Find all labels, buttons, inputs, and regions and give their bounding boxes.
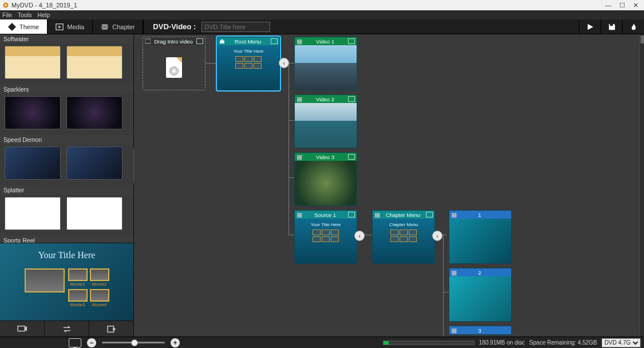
tab-theme-label: Theme: [19, 23, 39, 30]
window-maximize-button[interactable]: ☐: [619, 2, 625, 9]
canvas[interactable]: Drag Intro video Root Menu Your Title He…: [134, 34, 644, 337]
node-chapter-2[interactable]: ▦2: [449, 268, 512, 322]
app-icon: [2, 2, 9, 9]
film-icon: ▦: [451, 212, 457, 217]
fit-screen-button[interactable]: [69, 338, 81, 347]
menu-icon[interactable]: [348, 96, 355, 102]
node-label: 2: [457, 270, 503, 276]
preview-movie-label: Movie1: [70, 282, 85, 287]
theme-thumbnail[interactable]: [66, 147, 123, 180]
save-button[interactable]: [600, 19, 622, 34]
window-minimize-button[interactable]: —: [605, 2, 611, 9]
svg-rect-10: [145, 39, 151, 43]
menu-icon[interactable]: [348, 38, 355, 44]
collapse-button[interactable]: ‹: [354, 231, 365, 241]
sidebar-add-button[interactable]: [89, 321, 133, 337]
preview-movie-label: Movie3: [70, 302, 85, 307]
menu-icon[interactable]: [348, 154, 355, 160]
preview-title: Your Title Here: [0, 250, 133, 260]
sidebar-swap-button[interactable]: [45, 321, 89, 337]
film-icon: ▦: [297, 212, 302, 217]
window-title: MyDVD - 4_18_2019_1: [11, 2, 77, 9]
theme-category: Sparklers: [0, 85, 133, 94]
svg-marker-2: [8, 23, 16, 31]
node-label: Video 1: [302, 38, 348, 45]
node-chapter-menu[interactable]: ▦Chapter Menu Chapter Menu: [372, 210, 435, 264]
theme-thumbnail[interactable]: [66, 46, 123, 79]
menu-title: Chapter Menu: [389, 222, 418, 227]
chapter-icon: [101, 23, 109, 31]
tab-media[interactable]: Media: [48, 19, 93, 34]
disc-type-select[interactable]: DVD 4.7G: [602, 338, 641, 347]
menu-icon[interactable]: [348, 212, 355, 217]
dvd-video-label: DVD-Video :: [144, 19, 202, 34]
preview-movie-label: Movie2: [92, 282, 107, 287]
play-button[interactable]: [579, 19, 600, 34]
sidebar-view-button[interactable]: [0, 321, 45, 337]
menubar: File Tools Help: [0, 10, 644, 19]
menu-icon[interactable]: [196, 38, 203, 44]
node-label: Drag Intro video: [151, 38, 196, 45]
zoom-in-button[interactable]: +: [171, 338, 180, 347]
node-label: Root Menu: [225, 38, 271, 45]
theme-category: Speed Demon: [0, 135, 133, 144]
film-icon: ▦: [297, 96, 302, 102]
disc-used-label: 180.91MB on disc: [479, 339, 525, 346]
document-icon: [166, 57, 182, 78]
menu-icon[interactable]: [426, 212, 433, 217]
node-source-1[interactable]: ▦Source 1 Your Title Here: [294, 210, 357, 264]
theme-thumbnail[interactable]: [5, 96, 61, 129]
menu-file[interactable]: File: [2, 11, 12, 18]
node-root-menu[interactable]: Root Menu Your Title Here: [217, 37, 280, 90]
film-icon: ▦: [297, 154, 302, 160]
node-label: Chapter Menu: [380, 212, 426, 218]
theme-thumbnail[interactable]: [5, 197, 61, 230]
film-icon: ▦: [374, 212, 380, 217]
zoom-slider-knob[interactable]: [131, 339, 138, 346]
menu-title: Your Title Here: [311, 222, 341, 227]
collapse-button[interactable]: ‹: [279, 58, 289, 68]
theme-category: Sports Reel: [0, 236, 133, 243]
node-video-2[interactable]: ▦Video 2: [294, 94, 357, 148]
window-close-button[interactable]: ✕: [633, 2, 638, 9]
node-label: Source 1: [302, 212, 348, 218]
tab-theme[interactable]: Theme: [0, 19, 48, 34]
theme-category: Splatter: [0, 185, 133, 195]
home-icon: [219, 38, 225, 44]
svg-point-1: [5, 5, 7, 6]
status-bar: − + 180.91MB on disc Space Remaining: 4.…: [0, 337, 644, 348]
disc-remaining-label: Space Remaining: 4.52GB: [530, 339, 597, 346]
canvas-scrollbar[interactable]: [639, 34, 644, 337]
svg-marker-4: [59, 25, 61, 28]
menu-title: Your Title Here: [234, 49, 264, 54]
node-video-3[interactable]: ▦Video 3: [294, 152, 357, 206]
collapse-button[interactable]: ‹: [432, 231, 442, 241]
menu-icon[interactable]: [271, 38, 278, 44]
preview-movie-label: Movie4: [92, 302, 107, 307]
theme-thumbnail[interactable]: [5, 46, 61, 79]
node-chapter-1[interactable]: ▦1: [449, 210, 512, 264]
theme-thumbnail[interactable]: [66, 197, 123, 230]
film-icon: [145, 38, 151, 44]
menu-help[interactable]: Help: [37, 11, 50, 18]
toolbar: Theme Media Chapter DVD-Video :: [0, 19, 644, 34]
menu-tools[interactable]: Tools: [18, 11, 32, 18]
svg-marker-6: [587, 23, 593, 30]
media-icon: [56, 23, 64, 31]
node-intro[interactable]: Drag Intro video: [143, 37, 206, 90]
zoom-out-button[interactable]: −: [87, 338, 96, 347]
window-titlebar: MyDVD - 4_18_2019_1 — ☐ ✕: [0, 0, 644, 10]
node-label: Video 3: [302, 154, 348, 160]
theme-thumbnail[interactable]: [66, 96, 123, 129]
svg-rect-7: [18, 326, 25, 331]
zoom-slider[interactable]: [102, 342, 165, 343]
dvd-title-input[interactable]: [202, 22, 270, 32]
node-chapter-3[interactable]: ▦3: [449, 326, 512, 335]
node-video-1[interactable]: ▦Video 1: [294, 37, 357, 90]
svg-marker-8: [25, 326, 27, 331]
film-icon: ▦: [451, 270, 457, 275]
theme-thumbnail[interactable]: [5, 147, 61, 180]
burn-button[interactable]: [622, 19, 644, 34]
tab-chapter[interactable]: Chapter: [93, 19, 143, 34]
node-label: Video 2: [302, 96, 348, 102]
